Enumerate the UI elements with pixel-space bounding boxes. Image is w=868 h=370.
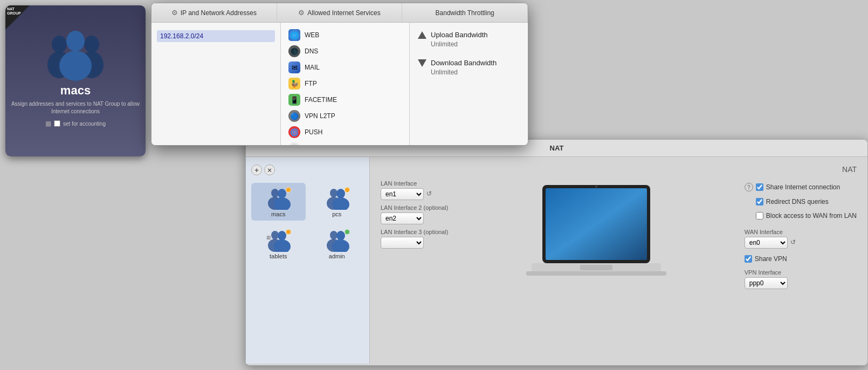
tab-ip-label: IP and Network Addresses [181, 9, 257, 17]
group-item-macs[interactable]: macs [251, 183, 306, 221]
settings-icon-1: ⚙ [171, 9, 178, 17]
mail-label: MAIL [305, 64, 320, 71]
upload-value: Unlimited [418, 40, 520, 48]
svg-point-6 [271, 189, 279, 197]
svg-point-26 [595, 186, 597, 188]
block-wan-label: Block access to WAN from LAN [766, 212, 857, 220]
svg-rect-25 [546, 188, 647, 260]
lan1-select[interactable]: en1 [381, 188, 424, 200]
download-title: Download Bandwidth [431, 59, 497, 67]
ftp-label: FTP [305, 80, 317, 87]
service-web[interactable]: 🌐 WEB [285, 27, 405, 43]
group-icon-tablets: ▦ [264, 228, 292, 252]
block-wan-checkbox[interactable] [756, 212, 763, 220]
groups-panel: + × macs [246, 157, 370, 364]
group-item-tablets[interactable]: ▦ tablets [251, 225, 306, 263]
lan1-label: LAN Interface [381, 180, 448, 187]
settings-icon-2: ⚙ [298, 9, 305, 17]
service-facetime[interactable]: 📱 FACETIME [285, 92, 405, 108]
svg-point-2 [84, 36, 99, 53]
svg-point-5 [59, 51, 92, 81]
card-description: Assign addresses and services to NAT Gro… [11, 100, 140, 115]
lan2-row: en2 [381, 213, 448, 224]
share-vpn-row: Share VPN [745, 255, 857, 263]
svg-point-8 [278, 189, 286, 198]
svg-point-10 [330, 189, 337, 197]
svg-point-21 [336, 231, 345, 241]
nat-badge-text: NAT GROUP [7, 7, 21, 15]
redirect-dns-checkbox[interactable] [756, 198, 763, 205]
accounting-checkbox[interactable] [54, 120, 60, 127]
main-panel: NAT + × [245, 139, 868, 366]
lan2-select[interactable]: en2 [381, 213, 424, 224]
ntp-icon: 🕐 [288, 142, 300, 146]
ftp-icon: 🦆 [288, 78, 300, 90]
service-push[interactable]: 🌀 PUSH [285, 124, 405, 140]
service-dns[interactable]: 🌑 DNS [285, 43, 405, 59]
vpn-row: ppp0 [745, 277, 857, 289]
admin-label: admin [329, 253, 345, 259]
nat-badge: NAT GROUP [5, 5, 30, 30]
dns-icon: 🌑 [288, 45, 300, 57]
zoom-out-button[interactable]: × [264, 165, 275, 175]
svg-text:▦: ▦ [266, 235, 271, 240]
share-vpn-checkbox[interactable] [745, 255, 752, 263]
popup-header: ⚙ IP and Network Addresses ⚙ Allowed Int… [151, 3, 528, 23]
group-icon-admin [323, 228, 351, 252]
service-ftp[interactable]: 🦆 FTP [285, 76, 405, 92]
popup-content: 192.168.2.0/24 🌐 WEB 🌑 DNS ✉ MAIL 🦆 FTP … [151, 23, 528, 145]
upload-header: Upload Bandwidth [418, 31, 520, 39]
service-vpnl2tp[interactable]: 🔵 VPN L2TP [285, 108, 405, 124]
share-vpn-label: Share VPN [755, 255, 787, 263]
vpnl2tp-label: VPN L2TP [305, 112, 335, 120]
service-mail[interactable]: ✉ MAIL [285, 59, 405, 76]
vpn-field: VPN Interface ppp0 [745, 269, 857, 289]
group-icon-pcs [323, 186, 351, 210]
popup-window: ⚙ IP and Network Addresses ⚙ Allowed Int… [151, 3, 528, 146]
help-icon[interactable]: ? [745, 183, 753, 191]
dns-label: DNS [305, 47, 318, 55]
nat-settings-panel: NAT LAN Interface en1 ↺ [370, 157, 867, 364]
wan-refresh-icon[interactable]: ↺ [790, 238, 799, 247]
svg-rect-28 [526, 271, 666, 276]
svg-point-4 [66, 31, 85, 51]
group-item-pcs[interactable]: pcs [310, 183, 364, 221]
group-item-admin[interactable]: admin [310, 225, 364, 263]
wan-select[interactable]: en0 [745, 237, 788, 249]
share-connection-row: ? Share Internet connection [745, 183, 857, 191]
zoom-in-button[interactable]: + [251, 165, 262, 175]
accounting-label: set for accounting [63, 121, 106, 127]
ip-panel: 192.168.2.0/24 [151, 23, 281, 145]
download-header: Download Bandwidth [418, 59, 520, 67]
accounting-row: ▦ set for accounting [45, 120, 106, 127]
tab-internet-services[interactable]: ⚙ Allowed Internet Services [277, 3, 403, 22]
pcs-label: pcs [332, 211, 341, 217]
tab-bandwidth[interactable]: Bandwidth Throttling [402, 3, 528, 22]
users-icon [40, 22, 111, 81]
lan3-select[interactable] [381, 237, 424, 249]
upload-title: Upload Bandwidth [431, 31, 488, 39]
redirect-dns-row: Redirect DNS queries [745, 198, 857, 205]
nat-main-content: LAN Interface en1 ↺ LAN Interface 2 (opt… [381, 180, 857, 289]
upload-bandwidth-item: Upload Bandwidth Unlimited [418, 31, 520, 48]
svg-rect-29 [580, 265, 612, 270]
service-ntp[interactable]: 🕐 NTP [285, 140, 405, 146]
panel-controls: + × [251, 162, 364, 177]
mail-icon: ✉ [288, 61, 300, 73]
upload-arrow-icon [418, 31, 426, 39]
bar-icon: ▦ [45, 120, 51, 127]
vpn-select[interactable]: ppp0 [745, 277, 788, 289]
vpnl2tp-icon: 🔵 [288, 110, 300, 122]
lan1-refresh-icon[interactable]: ↺ [426, 190, 435, 198]
share-connection-checkbox[interactable] [756, 183, 763, 191]
lan3-row [381, 237, 448, 249]
web-icon: 🌐 [288, 29, 300, 41]
laptop-svg [526, 182, 666, 287]
ip-entry[interactable]: 192.168.2.0/24 [157, 30, 275, 42]
nat-options-col: ? Share Internet connection Redirect DNS… [745, 180, 857, 289]
download-value: Unlimited [418, 68, 520, 76]
svg-point-19 [330, 231, 337, 239]
tab-ip-network[interactable]: ⚙ IP and Network Addresses [151, 3, 277, 22]
push-icon: 🌀 [288, 126, 300, 138]
svg-point-17 [278, 231, 286, 241]
